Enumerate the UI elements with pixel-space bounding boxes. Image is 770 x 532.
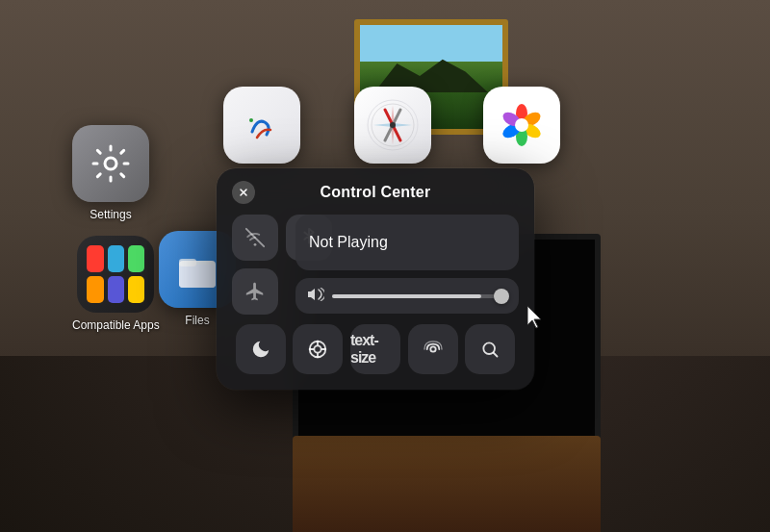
- wifi-toggle-button[interactable]: [232, 215, 278, 261]
- svg-point-1: [249, 118, 253, 122]
- app-icon-safari[interactable]: [354, 87, 431, 164]
- svg-point-23: [315, 345, 321, 352]
- volume-icon: [307, 288, 324, 304]
- volume-thumb: [494, 289, 509, 304]
- focus-button[interactable]: [236, 324, 286, 374]
- svg-point-28: [430, 346, 435, 351]
- tv-stand: [293, 436, 601, 532]
- svg-point-0: [105, 158, 116, 169]
- search-button[interactable]: [465, 324, 515, 374]
- airplane-mode-button[interactable]: [232, 268, 278, 315]
- settings-label: Settings: [90, 208, 131, 221]
- volume-fill: [332, 294, 481, 298]
- accessibility-button[interactable]: [408, 324, 458, 374]
- now-playing-text: Not Playing: [309, 234, 388, 251]
- files-label: Files: [185, 314, 209, 327]
- text-size-button[interactable]: text-size: [350, 324, 400, 374]
- svg-point-8: [390, 122, 396, 128]
- svg-rect-17: [179, 265, 216, 288]
- app-icon-photos[interactable]: [483, 87, 560, 164]
- app-icon-freeform[interactable]: [223, 87, 300, 164]
- compatible-apps-label: Compatible Apps: [72, 318, 160, 332]
- svg-point-15: [515, 118, 528, 132]
- volume-track[interactable]: [332, 294, 507, 298]
- control-center-panel: Control Center: [217, 168, 534, 390]
- cc-bottom-row: text-size: [232, 324, 519, 374]
- cc-toggle-row-1: [232, 215, 286, 261]
- cc-title: Control Center: [321, 184, 431, 201]
- app-icon-compatible-apps[interactable]: Compatible Apps: [72, 236, 160, 332]
- freeform-icon-img: [223, 87, 300, 164]
- screen-lock-button[interactable]: [293, 324, 343, 374]
- photos-icon-img: [483, 87, 560, 164]
- cc-toggles-column: [232, 215, 286, 315]
- app-icon-settings[interactable]: Settings: [72, 125, 149, 221]
- cc-body: Not Playing: [232, 215, 519, 315]
- safari-icon-img: [354, 87, 431, 164]
- close-button[interactable]: [232, 181, 255, 204]
- svg-rect-18: [179, 259, 196, 266]
- settings-icon-img: [72, 125, 149, 202]
- cc-header: Control Center: [232, 184, 519, 201]
- cc-media-column: Not Playing: [295, 215, 519, 315]
- volume-slider-widget[interactable]: [295, 278, 519, 314]
- svg-line-30: [494, 353, 498, 357]
- now-playing-widget: Not Playing: [295, 215, 519, 270]
- compatible-apps-icon-img: [77, 236, 154, 313]
- text-size-label: text-size: [350, 332, 400, 367]
